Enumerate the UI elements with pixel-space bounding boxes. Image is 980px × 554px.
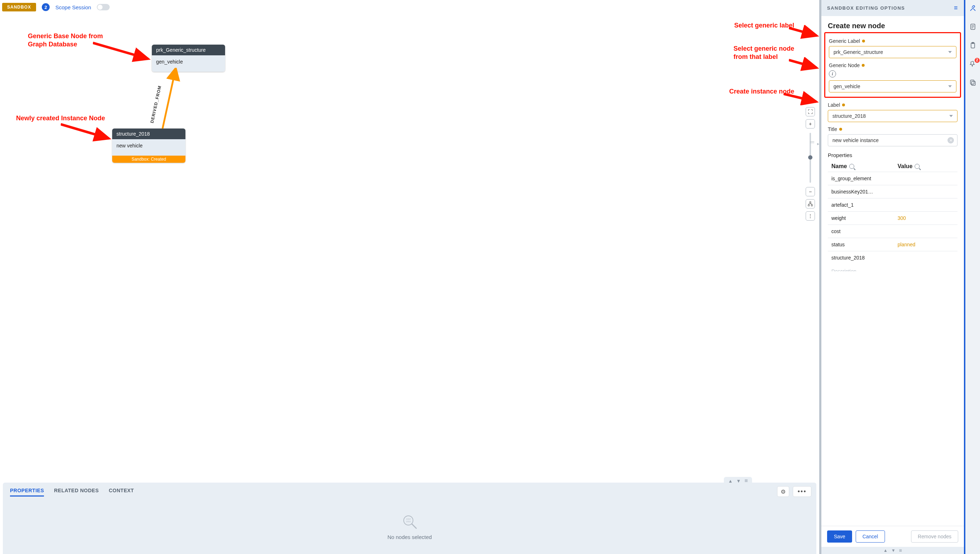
plus-icon: + (809, 121, 812, 127)
sidebar-header: SANDBOX EDITING OPTIONS ≡ (821, 0, 964, 16)
clipboard-icon (969, 42, 977, 49)
annotation-generic-base: Generic Base Node from Graph Database (28, 32, 103, 48)
settings-button[interactable]: ⚙ (777, 486, 789, 497)
bottom-panel: ▲ ▼ ≡ PROPERTIES RELATED NODES CONTEXT ⚙… (3, 482, 816, 554)
property-row[interactable]: weight300 (828, 211, 958, 224)
panel-collapse-controls[interactable]: ▲ ▼ ≡ (724, 477, 752, 485)
generic-node-select[interactable]: gen_vehicle (829, 80, 956, 92)
svg-rect-8 (811, 205, 813, 206)
tab-properties[interactable]: PROPERTIES (10, 488, 44, 497)
ellipsis-icon: ••• (798, 488, 807, 495)
search-icon[interactable] (849, 164, 854, 169)
cancel-button[interactable]: Cancel (856, 530, 885, 543)
pinned-button[interactable]: 2 (968, 59, 977, 68)
annotation-newly-created: Newly created Instance Node (16, 114, 105, 123)
property-name: artefact_1 (832, 202, 897, 208)
title-field-label: Title (828, 126, 958, 132)
kebab-icon: ⋮ (808, 213, 813, 219)
arrow-to-node2 (61, 121, 114, 143)
generic-label-label: Generic Label (829, 38, 956, 44)
property-value (897, 228, 954, 234)
graph-canvas[interactable]: Generic Base Node from Graph Database Ne… (0, 14, 819, 482)
property-row[interactable]: artefact_1 (828, 198, 958, 211)
prop-col-name: Name (832, 163, 847, 170)
svg-line-0 (93, 43, 148, 59)
generic-label-select[interactable]: prk_Generic_structure (829, 46, 956, 58)
node-header: prk_Generic_structure (152, 45, 225, 55)
fit-screen-button[interactable]: ⛶ (806, 107, 815, 116)
zoom-slider[interactable] (809, 133, 811, 183)
sidebar-body: Create new node Generic Label prk_Generi… (821, 16, 964, 526)
tab-context[interactable]: CONTEXT (109, 488, 134, 497)
label-field-label: Label (828, 102, 958, 108)
description-heading: Description (828, 267, 958, 271)
property-row[interactable]: statusplanned (828, 238, 958, 251)
svg-line-5 (163, 72, 175, 129)
sidebar-collapse-controls[interactable]: ▲ ▼ ≡ (821, 547, 964, 554)
search-icon[interactable] (915, 164, 919, 169)
zoom-out-button[interactable]: − (806, 187, 815, 196)
side-grip[interactable]: ▸|| (810, 141, 819, 146)
layout-button[interactable] (806, 199, 815, 209)
clear-title-button[interactable]: ✕ (948, 137, 954, 143)
annotation-select-node: Select generic node from that label (734, 45, 794, 60)
property-name: cost (832, 228, 897, 234)
title-input[interactable]: new vehicle instance (828, 134, 958, 146)
scope-session-toggle[interactable] (97, 4, 110, 10)
tools-button[interactable] (968, 3, 977, 13)
info-icon[interactable]: i (829, 70, 836, 78)
zoom-controls: ⛶ + − ⋮ ▸|| (806, 107, 815, 221)
save-button[interactable]: Save (827, 530, 852, 543)
required-dot-icon (839, 128, 842, 131)
empty-state-text: No nodes selected (387, 534, 432, 540)
required-dot-icon (862, 64, 865, 67)
drag-handle-icon: ≡ (899, 548, 902, 553)
property-row[interactable]: structure_2018 (828, 251, 958, 264)
copy-icon (969, 79, 977, 86)
label-select[interactable]: structure_2018 (828, 110, 958, 122)
properties-heading: Properties (828, 152, 958, 158)
svg-rect-6 (809, 202, 811, 203)
remove-nodes-button[interactable]: Remove nodes (911, 530, 958, 543)
property-name: structure_2018 (832, 255, 897, 261)
clipboard-button[interactable] (968, 41, 977, 50)
scope-session-link[interactable]: Scope Session (55, 4, 91, 10)
svg-line-2 (789, 28, 817, 36)
pin-badge: 2 (975, 58, 980, 63)
property-row[interactable]: is_group_element (828, 172, 958, 185)
more-options-button[interactable]: ⋮ (806, 211, 815, 221)
required-dot-icon (862, 40, 865, 43)
graph-node-instance[interactable]: structure_2018 new vehicle Sandbox: Crea… (112, 129, 185, 163)
property-value: planned (897, 242, 954, 247)
panel-empty-state: 1010 1010 No nodes selected (3, 502, 816, 552)
panel-tabs: PROPERTIES RELATED NODES CONTEXT (3, 482, 816, 502)
document-button[interactable] (968, 22, 977, 32)
drag-handle-icon: ≡ (745, 478, 748, 484)
property-name: weight (832, 215, 897, 221)
topbar: SANDBOX 2 Scope Session (0, 0, 819, 14)
sidebar-menu-button[interactable]: ≡ (954, 4, 958, 12)
graph-node-generic[interactable]: prk_Generic_structure gen_vehicle (152, 45, 225, 72)
svg-line-4 (784, 94, 816, 102)
property-row[interactable]: cost (828, 224, 958, 238)
count-badge[interactable]: 2 (42, 3, 49, 11)
tab-related-nodes[interactable]: RELATED NODES (54, 488, 99, 497)
arrow-select-label (789, 25, 819, 39)
svg-line-10 (412, 524, 416, 528)
copy-button[interactable] (968, 78, 977, 87)
tools-icon (969, 5, 977, 12)
property-value (897, 189, 954, 194)
property-value (897, 202, 954, 208)
svg-line-1 (61, 124, 109, 138)
properties-list: is_group_elementbusinessKey201…artefact_… (828, 172, 958, 264)
editing-sidebar: SANDBOX EDITING OPTIONS ≡ Create new nod… (819, 0, 964, 554)
search-data-icon: 1010 1010 (402, 514, 418, 530)
property-name: status (832, 242, 897, 247)
svg-rect-20 (971, 81, 975, 86)
node-body: gen_vehicle (152, 55, 225, 72)
chevron-down-icon: ▼ (891, 548, 895, 553)
edge-derived-from (154, 68, 182, 132)
property-row[interactable]: businessKey201… (828, 185, 958, 198)
zoom-in-button[interactable]: + (806, 119, 815, 129)
more-button[interactable]: ••• (793, 486, 811, 497)
